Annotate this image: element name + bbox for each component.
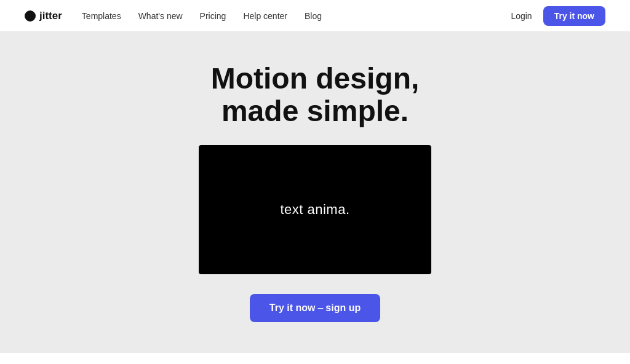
nav-right: Login Try it now (511, 6, 605, 26)
hero-title-line1: Motion design, (211, 62, 420, 95)
cta-light-text: sign up (325, 303, 361, 313)
cta-dash: – (317, 303, 323, 313)
video-text: text anima. (280, 202, 349, 218)
logo-text: jitter (39, 10, 62, 22)
nav-logo[interactable]: jitter (25, 10, 62, 22)
try-it-now-cta-button[interactable]: Try it now–sign up (250, 294, 380, 322)
nav-link-help[interactable]: Help center (243, 11, 287, 21)
nav-link-whats-new[interactable]: What's new (138, 11, 183, 21)
login-button[interactable]: Login (511, 11, 532, 21)
navbar: jitter Templates What's new Pricing Help… (0, 0, 630, 32)
hero-section: Motion design, made simple. text anima. … (0, 32, 630, 353)
logos-section: D∅LL Disney facebook Google IKEA ❋ Latti… (0, 353, 630, 364)
hero-title-line2: made simple. (221, 95, 409, 127)
try-it-now-nav-button[interactable]: Try it now (543, 6, 605, 26)
nav-link-blog[interactable]: Blog (305, 11, 322, 21)
nav-links: Templates What's new Pricing Help center… (82, 11, 511, 21)
nav-link-templates[interactable]: Templates (82, 11, 121, 21)
hero-video[interactable]: text anima. (199, 145, 431, 274)
nav-link-pricing[interactable]: Pricing (200, 11, 226, 21)
cta-bold-text: Try it now (269, 303, 316, 313)
hero-title: Motion design, made simple. (211, 63, 420, 128)
logo-circle-icon (25, 10, 36, 22)
